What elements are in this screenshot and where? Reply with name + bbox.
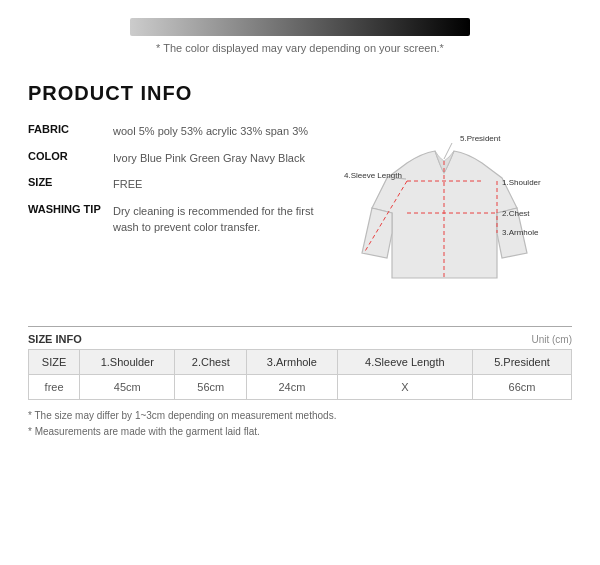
col-size: SIZE [29,350,80,375]
size-info-title: SIZE INFO [28,333,82,345]
size-info-section: SIZE INFO Unit (cm) SIZE 1.Shoulder 2.Ch… [0,326,600,440]
size-note-1: * The size may differ by 1~3cm depending… [28,408,572,424]
washing-value: Dry cleaning is recommended for the firs… [113,203,332,236]
color-gradient-bar [130,18,470,36]
size-label: SIZE [28,176,113,188]
cell-size: free [29,375,80,400]
cell-president: 66cm [473,375,572,400]
col-shoulder: 1.Shoulder [80,350,175,375]
color-value: Ivory Blue Pink Green Gray Navy Black [113,150,305,167]
color-notice: * The color displayed may vary depending… [0,42,600,54]
fabric-label: FABRIC [28,123,113,135]
svg-text:3.Armhole: 3.Armhole [502,228,539,237]
size-table: SIZE 1.Shoulder 2.Chest 3.Armhole 4.Slee… [28,349,572,400]
fabric-value: wool 5% poly 53% acrylic 33% span 3% [113,123,308,140]
info-row-fabric: FABRIC wool 5% poly 53% acrylic 33% span… [28,123,332,140]
col-sleeve: 4.Sleeve Length [337,350,472,375]
cell-sleeve: X [337,375,472,400]
size-value: FREE [113,176,142,193]
diagram-area: 5.President 4.Sleeve Length 1.Shoulder 2… [342,123,572,298]
svg-text:5.President: 5.President [460,134,501,143]
cell-shoulder: 45cm [80,375,175,400]
info-and-diagram: FABRIC wool 5% poly 53% acrylic 33% span… [28,123,572,298]
col-president: 5.President [473,350,572,375]
product-info-title: PRODUCT INFO [28,82,572,105]
info-row-washing: WASHING TIP Dry cleaning is recommended … [28,203,332,236]
svg-text:4.Sleeve Length: 4.Sleeve Length [344,171,402,180]
cell-chest: 56cm [175,375,247,400]
size-table-header-row: SIZE 1.Shoulder 2.Chest 3.Armhole 4.Slee… [29,350,572,375]
info-row-size: SIZE FREE [28,176,332,193]
col-armhole: 3.Armhole [247,350,337,375]
color-label: COLOR [28,150,113,162]
washing-label: WASHING TIP [28,203,113,215]
size-note-2: * Measurements are made with the garment… [28,424,572,440]
svg-text:2.Chest: 2.Chest [502,209,530,218]
size-notes: * The size may differ by 1~3cm depending… [28,408,572,440]
unit-label: Unit (cm) [531,334,572,345]
product-info-section: PRODUCT INFO FABRIC wool 5% poly 53% acr… [0,82,600,298]
info-table: FABRIC wool 5% poly 53% acrylic 33% span… [28,123,332,246]
cell-armhole: 24cm [247,375,337,400]
size-info-header: SIZE INFO Unit (cm) [28,326,572,345]
size-table-row: free 45cm 56cm 24cm X 66cm [29,375,572,400]
svg-text:1.Shoulder: 1.Shoulder [502,178,541,187]
garment-diagram: 5.President 4.Sleeve Length 1.Shoulder 2… [342,123,572,298]
col-chest: 2.Chest [175,350,247,375]
info-row-color: COLOR Ivory Blue Pink Green Gray Navy Bl… [28,150,332,167]
